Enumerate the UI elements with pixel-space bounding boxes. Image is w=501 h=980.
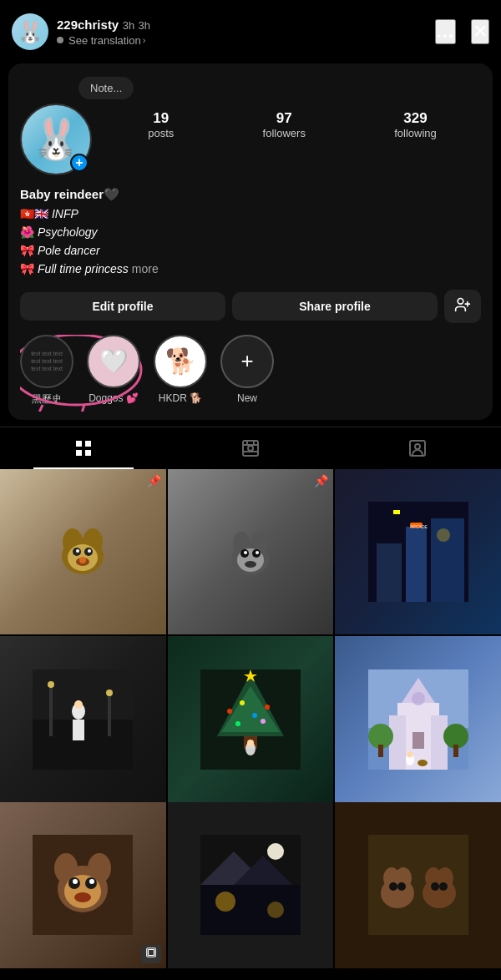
grid-item-2[interactable]: 📌 [168,469,334,635]
bio-line-4: 🎀 Full time princess more [20,260,481,278]
grid-item-5[interactable] [168,636,334,802]
grid-icon [73,438,94,458]
svg-point-28 [76,549,79,553]
add-person-button[interactable] [444,290,481,323]
more-options-button[interactable]: ... [435,19,456,44]
svg-point-115 [439,882,448,891]
svg-rect-12 [76,450,82,456]
highlight-item-history[interactable]: text text texttext text texttext text te… [20,335,73,407]
note-bubble[interactable]: Note... [78,77,134,99]
highlight-item-new[interactable]: + New [220,335,274,407]
highlight-label-doggos: Doggos 💕 [89,392,139,404]
profile-display-name: Baby reindeer🖤 [20,185,481,205]
tab-tagged[interactable] [334,427,501,469]
pin-icon-1: 📌 [147,474,161,487]
add-story-badge[interactable]: + [70,154,89,172]
dog-icon: 🐕 [165,346,196,376]
highlight-item-doggos[interactable]: 🤍 Doggos 💕 [87,335,140,407]
christmas-tree-photo [200,669,301,770]
svg-point-65 [265,705,270,710]
highlight-label-new: New [237,392,257,404]
grid-item-6[interactable] [335,636,501,802]
photo-3: ARCADE [335,469,501,635]
svg-point-15 [248,446,253,451]
city-photo: ARCADE [368,502,468,602]
following-label: following [394,127,437,139]
profile-top: 🐰 + 19 posts 97 followers 329 following [20,104,481,175]
svg-point-40 [245,561,256,568]
svg-point-94 [89,879,94,884]
svg-point-102 [267,843,284,860]
svg-rect-97 [148,949,154,955]
svg-rect-10 [76,441,82,447]
bio-princess: 🎀 Full time princess [20,260,129,278]
grid-item-8[interactable] [168,802,334,968]
dot-icon [57,37,63,43]
translation-label[interactable]: See translation [68,34,141,47]
bio-more-link[interactable]: more [132,260,159,278]
translation-row[interactable]: See translation › [57,34,427,47]
photos-grid-row2 [0,802,501,968]
svg-point-67 [261,719,266,724]
svg-point-93 [73,879,78,884]
svg-point-112 [389,882,397,891]
tagged-icon [407,438,428,458]
svg-point-85 [418,760,428,766]
svg-point-63 [240,700,245,705]
photo-7 [0,802,166,968]
svg-rect-13 [85,450,91,456]
profile-card: Note... 🐰 + 19 posts 97 followers 329 fo… [8,63,493,420]
svg-point-29 [88,549,91,553]
grid-item-9[interactable] [335,802,501,968]
svg-rect-76 [431,715,448,770]
close-button[interactable]: ✕ [471,19,489,44]
tab-reels[interactable] [167,427,334,469]
post-time-value: 3h [139,19,150,32]
svg-rect-75 [389,715,406,770]
svg-point-31 [79,557,86,563]
profile-avatar[interactable]: 🐰 + [20,104,92,175]
castle-photo [368,669,468,770]
history-inner: text text texttext text texttext text te… [28,346,66,376]
svg-rect-43 [406,527,427,602]
photo-2 [168,469,334,635]
photo-5 [168,636,334,802]
svg-rect-11 [85,441,91,447]
svg-point-57 [74,700,83,709]
bio-pole: 🎀 Pole dancer [20,242,100,260]
tab-grid[interactable] [0,427,167,469]
grid-item-4[interactable] [0,636,166,802]
edit-profile-button[interactable]: Edit profile [20,292,225,321]
profile-bio: Baby reindeer🖤 🇭🇰🇬🇧 INFP 🌺 Psychology 🎀 … [20,185,481,278]
chevron-right-icon: › [143,35,146,45]
svg-point-95 [74,892,91,902]
photo-8 [200,835,301,935]
svg-point-77 [412,692,425,705]
svg-rect-105 [368,835,468,935]
post-time: 3h [123,19,134,32]
story-header: 🐰 229christy 3h 3h See translation › ...… [0,0,501,57]
heart-icon: 🤍 [99,347,129,375]
share-profile-button[interactable]: Share profile [232,292,438,321]
bio-psychology: 🌺 Psychology [20,224,97,241]
following-stat[interactable]: 329 following [394,110,437,139]
svg-point-0 [458,298,463,304]
highlights-row: text text texttext text texttext text te… [20,335,481,415]
plus-icon: + [240,348,253,374]
pin-icon-2: 📌 [314,474,328,487]
svg-point-64 [252,713,257,718]
bio-line-2: 🌺 Psychology [20,224,481,241]
svg-point-52 [48,681,54,688]
grid-item-7[interactable] [0,802,166,968]
svg-point-70 [247,740,254,746]
avatar-small[interactable]: 🐰 [12,13,48,50]
photo-1 [0,469,166,635]
grid-item-1[interactable]: 📌 [0,469,166,635]
multiple-photos-icon [145,947,157,958]
grid-item-3[interactable]: ARCADE [335,469,501,635]
svg-point-103 [215,892,235,912]
highlight-circle-hkdr: 🐕 [154,335,207,388]
svg-rect-99 [200,885,301,935]
highlight-item-hkdr[interactable]: 🐕 HKDR 🐕 [154,335,207,407]
followers-stat[interactable]: 97 followers [263,110,306,139]
